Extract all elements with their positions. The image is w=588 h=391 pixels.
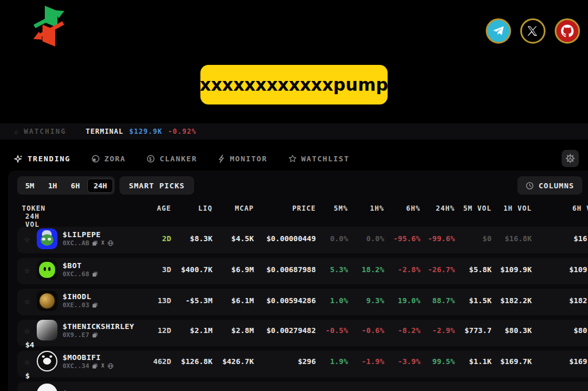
token-address[interactable]: 0XC..ABX: [63, 240, 114, 246]
token-address[interactable]: 0X9..E7: [63, 332, 134, 338]
pump-cta-button[interactable]: xxxxxxxxxxxxpump: [200, 65, 388, 104]
price-cell: $0.00687988: [254, 265, 316, 274]
change-6h-cell: -3.9%: [384, 357, 420, 366]
cow-head-shape: [43, 358, 51, 365]
app-root: xxxxxxxxxxxxpump ☆ WATCHING TERMINAL $12…: [0, 0, 588, 391]
telegram-button[interactable]: [486, 18, 511, 44]
tab-monitor[interactable]: MONITOR: [218, 154, 267, 163]
vol-6h-cell: $109.9K: [532, 265, 588, 274]
bot-blob-shape: [39, 262, 55, 278]
header-mcap[interactable]: MCAP: [212, 204, 254, 212]
header-24h-[interactable]: 24H%: [420, 204, 455, 212]
svg-text:$: $: [149, 156, 152, 161]
token-address[interactable]: 0XE..03: [63, 302, 98, 308]
token-cell: $BOT0XC..68: [37, 260, 149, 280]
token-cell: $THENICKSHIRLEY0X9..E7: [37, 320, 149, 340]
header-5m-vol[interactable]: 5M VOL: [455, 204, 492, 212]
table-row[interactable]: ☆$THENICKSHIRLEY0X9..E712D$2.1M$2.8M$0.0…: [17, 320, 588, 346]
token-address[interactable]: 0XC..34X: [63, 363, 114, 369]
change-6h-cell: -8.2%: [384, 326, 420, 335]
timeframe-group: 5M1H6H24H: [17, 176, 115, 195]
liq-cell: $8.3K: [171, 234, 212, 243]
table-row[interactable]: ☆$MOOBIFI0XC..34X462D$126.8K$426.7K$2961…: [17, 351, 588, 377]
favorite-star-icon[interactable]: ☆: [17, 233, 37, 245]
timeframe-1h-button[interactable]: 1H: [42, 179, 64, 193]
mcap-cell: $2.8M: [212, 326, 254, 335]
x-link-icon[interactable]: X: [101, 240, 104, 246]
header-1h-vol[interactable]: 1H VOL: [492, 204, 532, 212]
mcap-cell: $6.9M: [212, 265, 254, 274]
change-24h-cell: -99.6%: [420, 234, 455, 243]
copy-icon[interactable]: [92, 302, 98, 308]
header-1h-[interactable]: 1H%: [348, 204, 384, 212]
age-cell: 462D: [149, 357, 171, 366]
header-6h-[interactable]: 6H%: [384, 204, 420, 212]
change-6h-cell: 19.0%: [384, 296, 420, 305]
table-row[interactable]: ☆$LILPEPE0XC..ABX2D$8.3K$4.5K$0.00000449…: [17, 227, 588, 253]
tab-clanker[interactable]: $CLANKER: [146, 154, 197, 163]
favorite-star-icon[interactable]: ☆: [17, 295, 37, 307]
address-text: 0XE..03: [63, 302, 89, 308]
globe-icon[interactable]: [107, 363, 114, 369]
copy-icon[interactable]: [92, 240, 98, 246]
x-button[interactable]: [520, 18, 546, 44]
vol-5m-cell: $1.5K: [455, 296, 492, 305]
x-link-icon[interactable]: X: [101, 363, 104, 369]
timeframe-24h-button[interactable]: 24H: [87, 179, 113, 193]
token-meta: $THENICKSHIRLEY0X9..E7: [63, 323, 134, 338]
settings-button[interactable]: [562, 150, 579, 167]
header-age[interactable]: AGE: [149, 204, 171, 212]
terminal-label: TERMINAL: [86, 127, 123, 136]
vol-1h-cell: $109.9K: [492, 265, 532, 274]
columns-button[interactable]: COLUMNS: [517, 176, 582, 195]
token-address[interactable]: 0XC..68: [63, 271, 98, 277]
tab-trending[interactable]: TRENDING: [14, 154, 71, 163]
copy-icon[interactable]: [92, 332, 98, 338]
token-meta: $BOT0XC..68: [63, 262, 98, 277]
age-cell: 12D: [149, 326, 171, 335]
terminal-change: -0.92%: [168, 127, 196, 136]
trending-panel: 5M1H6H24H SMART PICKS COLUMNS TOKENAGELI…: [8, 171, 588, 391]
timeframe-5m-button[interactable]: 5M: [19, 179, 41, 193]
favorite-star-icon[interactable]: ☆: [17, 355, 37, 367]
favorite-star-icon[interactable]: ☆: [17, 388, 37, 391]
tab-zora[interactable]: ZORA: [91, 154, 126, 163]
columns-label: COLUMNS: [539, 181, 574, 190]
tab-watchlist[interactable]: WATCHLIST: [288, 154, 350, 163]
vol-1h-cell: $169.7K: [492, 357, 532, 366]
github-button[interactable]: [555, 18, 580, 44]
table-row[interactable]: ☆$BOT0XC..683D$400.7K$6.9M$0.006879885.3…: [17, 258, 588, 284]
token-avatar: [37, 384, 57, 391]
table-row[interactable]: ☆$TRADED: [17, 382, 588, 391]
header-24h-vol[interactable]: 24H VOL: [17, 212, 37, 229]
price-cell: $0.00594286: [254, 296, 316, 305]
brand-logo-icon[interactable]: [30, 3, 68, 49]
copy-icon[interactable]: [92, 363, 98, 369]
header-5m-[interactable]: 5M%: [316, 204, 348, 212]
token-rows: ☆$LILPEPE0XC..ABX2D$8.3K$4.5K$0.00000449…: [17, 227, 588, 391]
change-5m-cell: -0.5%: [316, 326, 348, 335]
smart-picks-button[interactable]: SMART PICKS: [119, 176, 194, 195]
watching-toggle[interactable]: ☆ WATCHING: [14, 127, 66, 136]
gear-icon: [564, 153, 576, 164]
favorite-star-icon[interactable]: ☆: [17, 264, 37, 276]
tab-label: MONITOR: [230, 154, 267, 163]
globe-icon[interactable]: [107, 240, 114, 246]
favorite-star-icon[interactable]: ☆: [17, 324, 37, 336]
header-price[interactable]: PRICE: [254, 204, 316, 212]
header-6h-vol[interactable]: 6H VOL: [532, 204, 588, 212]
terminal-ticker[interactable]: TERMINAL $129.9K -0.92%: [86, 127, 196, 136]
star-icon: [288, 154, 297, 163]
vol-1h-cell: $182.2K: [492, 296, 532, 305]
token-avatar: [37, 229, 57, 249]
orb-icon: [91, 154, 100, 163]
header-liq[interactable]: LIQ: [171, 204, 212, 212]
price-cell: $296: [254, 357, 316, 366]
liq-cell: $400.7K: [171, 265, 212, 274]
table-row[interactable]: ☆$IHODL0XE..0313D-$5.3M$6.1M$0.005942861…: [17, 289, 588, 315]
header-token[interactable]: TOKEN: [17, 204, 149, 212]
copy-icon[interactable]: [92, 271, 98, 277]
change-5m-cell: 1.9%: [316, 357, 348, 366]
token-symbol: $BOT: [63, 262, 98, 270]
timeframe-6h-button[interactable]: 6H: [64, 179, 86, 193]
